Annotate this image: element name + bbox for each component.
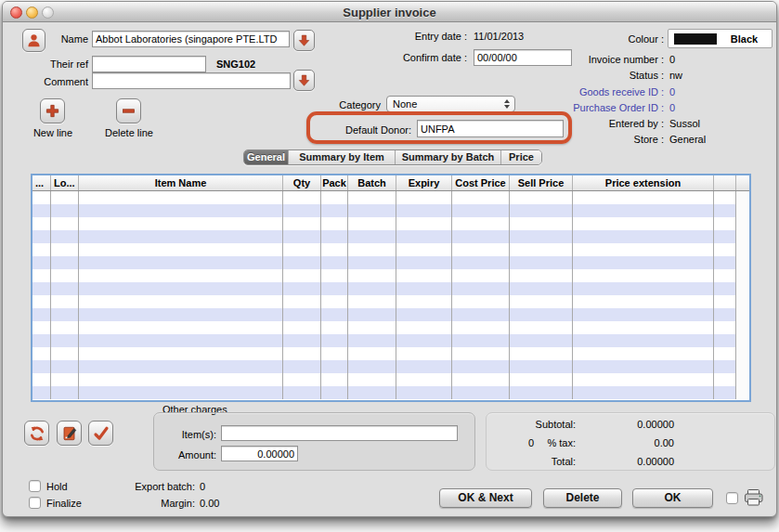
- name-lookup-button[interactable]: [293, 30, 315, 51]
- table-cell: [348, 334, 396, 347]
- table-row[interactable]: [32, 308, 749, 321]
- table-cell: [510, 347, 573, 360]
- column-header[interactable]: Item Name: [79, 175, 283, 190]
- column-header[interactable]: Expiry: [396, 175, 452, 190]
- table-cell: [573, 308, 714, 321]
- tab-general[interactable]: General: [244, 150, 288, 164]
- table-cell: [714, 243, 736, 256]
- title-bar[interactable]: Supplier invoice: [3, 2, 776, 22]
- items-input[interactable]: [221, 425, 458, 441]
- items-label: Item(s):: [142, 429, 216, 441]
- colour-dropdown[interactable]: Black: [668, 29, 773, 48]
- table-cell: [452, 256, 510, 269]
- table-row[interactable]: [32, 256, 749, 269]
- table-cell: [79, 334, 283, 347]
- table-row[interactable]: [32, 269, 749, 282]
- table-body: [32, 191, 749, 399]
- detail-label: Entered by :: [486, 118, 664, 134]
- comment-input[interactable]: [92, 72, 291, 89]
- column-header[interactable]: ...: [32, 175, 51, 190]
- table-cell: [396, 321, 452, 334]
- comment-expand-button[interactable]: [293, 70, 315, 91]
- table-cell: [510, 217, 573, 230]
- table-cell: [396, 295, 452, 308]
- plus-icon: [45, 103, 60, 119]
- table-cell: [79, 321, 283, 334]
- name-input[interactable]: [92, 31, 290, 47]
- table-cell: [283, 308, 321, 321]
- table-cell: [321, 360, 348, 373]
- table-row[interactable]: [32, 334, 749, 347]
- their-ref-input[interactable]: [92, 56, 206, 72]
- table-row[interactable]: [32, 230, 749, 243]
- column-header[interactable]: Sell Price: [510, 175, 573, 190]
- table-row[interactable]: [32, 295, 749, 308]
- hold-checkbox[interactable]: [29, 480, 41, 492]
- table-cell: [51, 308, 79, 321]
- detail-row[interactable]: Purchase Order ID :0: [486, 102, 775, 118]
- table-cell: [573, 373, 714, 386]
- edit-note-button[interactable]: [57, 421, 82, 446]
- table-cell: [348, 217, 396, 230]
- detail-row: Entered by :Sussol: [486, 118, 775, 134]
- table-cell: [283, 230, 321, 243]
- table-cell: [79, 373, 283, 386]
- table-row[interactable]: [32, 373, 749, 386]
- colour-value: Black: [717, 33, 772, 45]
- detail-value: nw: [669, 70, 682, 85]
- amount-input[interactable]: [221, 446, 298, 461]
- column-header[interactable]: Lo...: [51, 175, 79, 190]
- table-row[interactable]: [32, 191, 749, 204]
- table-row[interactable]: [32, 347, 749, 360]
- tab-summary-by-item[interactable]: Summary by Item: [288, 150, 395, 164]
- column-header[interactable]: Qty: [283, 175, 321, 190]
- column-header[interactable]: Cost Price: [452, 175, 510, 190]
- table-cell: [573, 295, 714, 308]
- table-gutter: [736, 217, 749, 230]
- table-row[interactable]: [32, 217, 749, 230]
- confirm-button[interactable]: [88, 421, 113, 446]
- table-cell: [283, 321, 321, 334]
- edit-note-icon: [61, 425, 78, 442]
- table-cell: [714, 204, 736, 217]
- new-line-button[interactable]: [40, 98, 65, 123]
- column-header[interactable]: [714, 175, 736, 190]
- table-row[interactable]: [32, 204, 749, 217]
- table-cell: [714, 373, 736, 386]
- ok-button[interactable]: OK: [632, 488, 713, 508]
- column-header[interactable]: Price extension: [573, 175, 714, 190]
- table-cell: [321, 269, 348, 282]
- table-cell: [321, 230, 348, 243]
- table-gutter: [736, 230, 749, 243]
- minus-icon: [121, 103, 136, 119]
- table-cell: [348, 243, 396, 256]
- table-row[interactable]: [32, 386, 749, 399]
- detail-row[interactable]: Goods receive ID :0: [486, 86, 775, 102]
- comment-label: Comment: [31, 76, 88, 88]
- table-row[interactable]: [32, 243, 749, 256]
- tab-summary-by-batch[interactable]: Summary by Batch: [395, 150, 500, 164]
- delete-button[interactable]: Delete: [543, 488, 622, 508]
- delete-line-button[interactable]: [116, 98, 141, 123]
- table-cell: [510, 321, 573, 334]
- table-cell: [510, 204, 573, 217]
- delete-line-label: Delete line: [94, 127, 164, 139]
- table-cell: [452, 308, 510, 321]
- ok-next-button[interactable]: OK & Next: [439, 488, 532, 508]
- finalize-checkbox[interactable]: [29, 497, 41, 509]
- tab-price[interactable]: Price: [500, 150, 541, 164]
- table-cell: [51, 334, 79, 347]
- table-cell: [573, 282, 714, 295]
- column-header[interactable]: Batch: [348, 175, 396, 190]
- detail-row: Status :nw: [486, 70, 775, 85]
- print-checkbox[interactable]: [726, 492, 738, 504]
- table-row[interactable]: [32, 321, 749, 334]
- table-cell: [51, 360, 79, 373]
- column-header[interactable]: Pack: [321, 175, 348, 190]
- table-row[interactable]: [32, 282, 749, 295]
- table-cell: [714, 360, 736, 373]
- table-cell: [714, 230, 736, 243]
- table-cell: [348, 360, 396, 373]
- refresh-lines-button[interactable]: [24, 421, 49, 446]
- table-row[interactable]: [32, 360, 749, 373]
